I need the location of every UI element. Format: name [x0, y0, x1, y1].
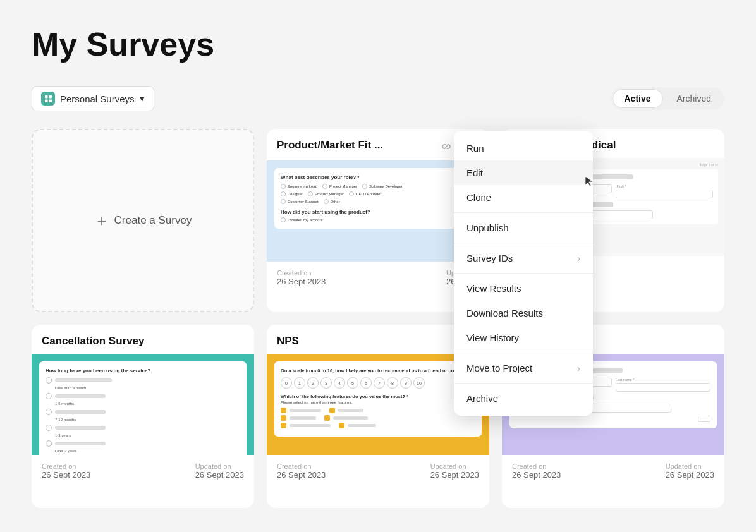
card-title-product-market: Product/Market Fit ...	[277, 139, 439, 152]
menu-item-unpublish[interactable]: Unpublish	[454, 215, 593, 240]
personal-surveys-label: Personal Surveys	[60, 94, 135, 104]
menu-label-survey-ids: Survey IDs	[466, 253, 513, 263]
menu-label-move-to-project: Move to Project	[466, 363, 532, 373]
card-footer-cancellation: Created on 26 Sept 2023 Updated on 26 Se…	[32, 455, 254, 488]
menu-divider-2	[454, 243, 593, 243]
created-date-product-market: Created on 26 Sept 2023	[277, 269, 326, 286]
link-icon-button[interactable]	[439, 139, 454, 154]
menu-label-unpublish: Unpublish	[466, 222, 509, 233]
menu-divider-4	[454, 353, 593, 353]
menu-divider-5	[454, 383, 593, 384]
menu-label-view-history: View History	[466, 332, 519, 343]
menu-item-view-history[interactable]: View History	[454, 325, 593, 350]
context-menu: Run Edit Clone Unpublish Survey IDs › Vi…	[454, 131, 593, 416]
menu-divider-1	[454, 212, 593, 213]
chevron-down-icon: ▾	[140, 93, 145, 104]
page-title: My Surveys	[32, 25, 724, 63]
menu-divider-3	[454, 273, 593, 274]
svg-rect-0	[45, 95, 48, 99]
card-footer-nps: Created on 26 Sept 2023 Updated on 26 Se…	[267, 455, 489, 488]
menu-item-download-results[interactable]: Download Results	[454, 301, 593, 325]
card-preview-cancellation: How long have you been using the service…	[32, 354, 254, 455]
menu-label-download-results: Download Results	[466, 308, 543, 318]
menu-label-clone: Clone	[466, 192, 491, 203]
menu-label-run: Run	[466, 143, 484, 154]
menu-label-edit: Edit	[466, 167, 483, 178]
filter-tabs: Active Archived	[611, 87, 725, 110]
menu-label-archive: Archive	[466, 393, 498, 404]
svg-rect-3	[49, 99, 52, 102]
card-footer-ation: Created on 26 Sept 2023 Updated on 26 Se…	[502, 455, 724, 488]
chevron-right-icon: ›	[577, 253, 580, 263]
menu-item-clone[interactable]: Clone	[454, 185, 593, 210]
context-menu-list: Run Edit Clone Unpublish Survey IDs › Vi…	[454, 131, 593, 416]
chevron-right-icon-2: ›	[577, 363, 580, 373]
create-survey-label: Create a Survey	[114, 214, 192, 227]
surveys-grid: ＋ Create a Survey Product/Market Fit ...	[32, 129, 724, 508]
menu-item-view-results[interactable]: View Results	[454, 276, 593, 301]
plus-icon: ＋	[94, 210, 109, 231]
menu-item-run[interactable]: Run	[454, 136, 593, 160]
menu-item-archive[interactable]: Archive	[454, 386, 593, 411]
survey-card-cancellation: Cancellation Survey How long have you be…	[32, 325, 254, 508]
menu-item-move-to-project[interactable]: Move to Project ›	[454, 356, 593, 380]
personal-surveys-button[interactable]: Personal Surveys ▾	[32, 86, 154, 111]
menu-label-view-results: View Results	[466, 283, 521, 294]
filter-archived-tab[interactable]: Archived	[666, 90, 722, 107]
svg-rect-2	[45, 99, 48, 102]
toolbar: Personal Surveys ▾ Active Archived	[32, 86, 724, 111]
svg-rect-1	[49, 95, 52, 99]
card-title-nps: NPS	[277, 335, 479, 348]
card-header-cancellation: Cancellation Survey	[32, 325, 254, 354]
card-title-cancellation: Cancellation Survey	[42, 335, 244, 348]
menu-item-edit[interactable]: Edit	[454, 160, 593, 185]
filter-active-tab[interactable]: Active	[613, 89, 663, 108]
grid-icon	[41, 92, 55, 106]
menu-item-survey-ids[interactable]: Survey IDs ›	[454, 246, 593, 270]
create-survey-card[interactable]: ＋ Create a Survey	[32, 129, 254, 312]
